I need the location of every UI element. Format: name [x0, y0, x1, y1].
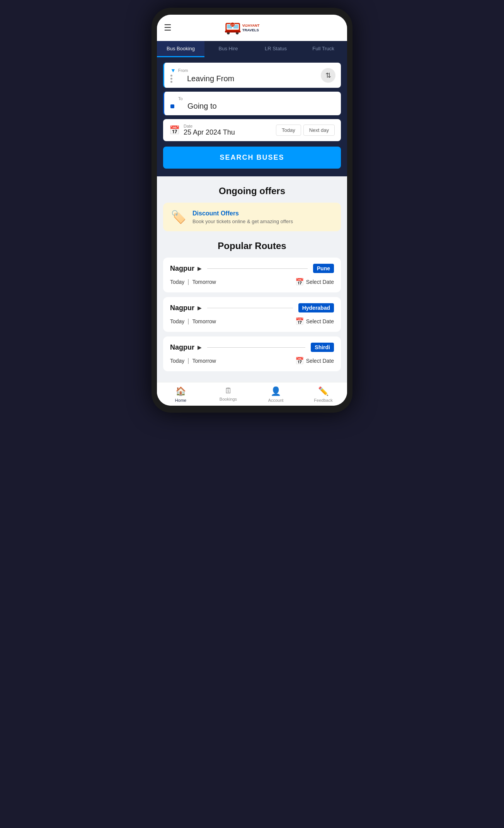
route-from-1: Nagpur	[170, 265, 194, 273]
route-line-1	[207, 268, 308, 269]
tab-lr-status[interactable]: LR Status	[252, 41, 300, 57]
date-field[interactable]: 📅 Date 25 Apr 2024 Thu Today Next day	[163, 119, 341, 141]
bottom-nav: 🏠 Home 🗓 Bookings 👤 Account ✏️ Feedback	[157, 382, 347, 406]
route-card-2: Nagpur ▶ Hyderabad Today | Tomorrow 📅 Se…	[163, 297, 341, 332]
svg-text:TRAVELS: TRAVELS	[242, 28, 259, 32]
route-from-3: Nagpur	[170, 343, 194, 352]
tab-bus-hire[interactable]: Bus Hire	[204, 41, 252, 57]
from-value: Leaving From	[187, 74, 234, 83]
nav-tabs: Bus Booking Bus Hire LR Status Full Truc…	[157, 41, 347, 57]
booking-form: ▼ From Leaving From ⇅ To	[157, 57, 347, 176]
route-card-3: Nagpur ▶ Shirdi Today | Tomorrow 📅 Selec…	[163, 336, 341, 371]
nav-account-label: Account	[268, 398, 284, 403]
date-label: Date	[184, 124, 235, 128]
to-dot-icon	[170, 104, 174, 108]
popular-routes-section: Popular Routes Nagpur ▶ Pune Today | Tom…	[157, 237, 347, 382]
nav-bookings-label: Bookings	[220, 397, 237, 401]
route-today-1[interactable]: Today	[170, 279, 184, 285]
route-dates-2: Today | Tomorrow	[170, 318, 216, 325]
feedback-icon: ✏️	[318, 386, 329, 396]
swap-button[interactable]: ⇅	[321, 68, 335, 83]
svg-rect-6	[225, 31, 240, 32]
offer-content: Discount Offers Book your tickets online…	[192, 210, 293, 224]
route-today-3[interactable]: Today	[170, 358, 184, 364]
account-icon: 👤	[271, 386, 281, 396]
route-dates-1: Today | Tomorrow	[170, 278, 216, 285]
route-dates-3: Today | Tomorrow	[170, 357, 216, 364]
offer-description: Book your tickets online & get amazing o…	[192, 219, 293, 224]
select-date-label-3: Select Date	[306, 358, 334, 364]
header: ☰ VT VIJAYANT TRAVELS	[157, 15, 347, 41]
nav-feedback-label: Feedback	[314, 398, 332, 403]
tab-full-truck[interactable]: Full Truck	[300, 41, 347, 57]
offers-section: Ongoing offers 🏷️ Discount Offers Book y…	[157, 176, 347, 237]
route-tomorrow-3[interactable]: Tomorrow	[192, 358, 216, 364]
date-value: 25 Apr 2024 Thu	[184, 128, 235, 137]
route-arrow-2: ▶	[198, 305, 202, 311]
route-today-2[interactable]: Today	[170, 318, 184, 324]
offer-tag-icon: 🏷️	[171, 210, 186, 224]
offers-title: Ongoing offers	[163, 186, 341, 196]
route-dest-3: Shirdi	[311, 343, 334, 352]
to-label: To	[170, 96, 335, 101]
cal-icon-3: 📅	[295, 357, 304, 365]
date-left: 📅 Date 25 Apr 2024 Thu	[169, 124, 235, 137]
route-tomorrow-1[interactable]: Tomorrow	[192, 279, 216, 285]
logo-svg: VT VIJAYANT TRAVELS	[225, 19, 275, 36]
to-value: Going to	[187, 102, 217, 111]
select-date-btn-3[interactable]: 📅 Select Date	[295, 357, 334, 365]
calendar-icon: 📅	[169, 125, 180, 135]
from-label: ▼ From	[170, 67, 335, 73]
home-icon: 🏠	[175, 386, 186, 396]
offer-card[interactable]: 🏷️ Discount Offers Book your tickets onl…	[163, 203, 341, 231]
date-buttons: Today Next day	[276, 125, 335, 136]
to-field[interactable]: To Going to	[163, 92, 341, 115]
route-dest-2: Hyderabad	[298, 303, 334, 312]
bookings-icon: 🗓	[225, 386, 232, 395]
route-arrow-1: ▶	[198, 265, 202, 271]
route-top-1: Nagpur ▶ Pune	[170, 264, 334, 273]
nav-account[interactable]: 👤 Account	[252, 382, 300, 406]
route-dest-1: Pune	[313, 264, 334, 273]
route-bottom-2: Today | Tomorrow 📅 Select Date	[170, 317, 334, 326]
nav-feedback[interactable]: ✏️ Feedback	[300, 382, 347, 406]
select-date-btn-1[interactable]: 📅 Select Date	[295, 278, 334, 286]
search-buses-button[interactable]: SEARCH BUSES	[163, 147, 341, 169]
select-date-label-1: Select Date	[306, 279, 334, 285]
route-line-2	[207, 308, 293, 308]
from-dots	[170, 75, 172, 83]
route-line-3	[207, 347, 305, 348]
select-date-btn-2[interactable]: 📅 Select Date	[295, 317, 334, 326]
route-from-2: Nagpur	[170, 304, 194, 312]
tab-bus-booking[interactable]: Bus Booking	[157, 41, 204, 57]
hamburger-icon[interactable]: ☰	[164, 23, 172, 33]
routes-title: Popular Routes	[163, 241, 341, 251]
route-sep-3: |	[187, 357, 189, 364]
nav-home[interactable]: 🏠 Home	[157, 382, 204, 406]
route-sep-1: |	[187, 278, 189, 285]
route-tomorrow-2[interactable]: Tomorrow	[192, 318, 216, 324]
device-frame: ☰ VT VIJAYANT TRAVELS	[152, 8, 352, 413]
nav-home-label: Home	[175, 398, 186, 403]
logo-container: VT VIJAYANT TRAVELS	[225, 19, 275, 36]
cal-icon-2: 📅	[295, 317, 304, 326]
svg-text:VIJAYANT: VIJAYANT	[242, 24, 260, 27]
select-date-label-2: Select Date	[306, 318, 334, 324]
screen: ☰ VT VIJAYANT TRAVELS	[157, 15, 347, 406]
route-arrow-3: ▶	[198, 344, 202, 350]
cal-icon-1: 📅	[295, 278, 304, 286]
route-card-1: Nagpur ▶ Pune Today | Tomorrow 📅 Select …	[163, 258, 341, 292]
route-bottom-1: Today | Tomorrow 📅 Select Date	[170, 278, 334, 286]
route-top-2: Nagpur ▶ Hyderabad	[170, 303, 334, 312]
next-day-button[interactable]: Next day	[303, 125, 335, 136]
route-sep-2: |	[187, 318, 189, 325]
today-button[interactable]: Today	[276, 125, 301, 136]
route-bottom-3: Today | Tomorrow 📅 Select Date	[170, 357, 334, 365]
nav-bookings[interactable]: 🗓 Bookings	[204, 382, 252, 406]
offer-title: Discount Offers	[192, 210, 293, 217]
svg-text:VT: VT	[231, 24, 234, 26]
route-top-3: Nagpur ▶ Shirdi	[170, 343, 334, 352]
from-field[interactable]: ▼ From Leaving From ⇅	[163, 63, 341, 88]
